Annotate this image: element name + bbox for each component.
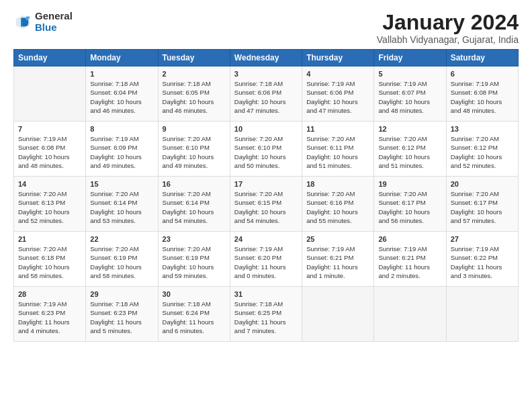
calendar-cell: 11Sunrise: 7:20 AM Sunset: 6:11 PM Dayli… [302,122,374,177]
calendar-cell: 7Sunrise: 7:19 AM Sunset: 6:08 PM Daylig… [14,122,86,177]
day-info: Sunrise: 7:19 AM Sunset: 6:20 PM Dayligh… [234,244,298,280]
day-info: Sunrise: 7:20 AM Sunset: 6:10 PM Dayligh… [163,134,226,170]
day-info: Sunrise: 7:19 AM Sunset: 6:06 PM Dayligh… [306,79,369,115]
col-monday: Monday [86,50,158,66]
calendar-cell: 29Sunrise: 7:18 AM Sunset: 6:23 PM Dayli… [86,287,158,342]
day-number: 21 [18,235,81,243]
day-number: 30 [163,290,226,298]
calendar-body: 1Sunrise: 7:18 AM Sunset: 6:04 PM Daylig… [14,66,519,342]
day-number: 16 [163,180,226,188]
day-info: Sunrise: 7:19 AM Sunset: 6:23 PM Dayligh… [18,300,81,335]
day-number: 13 [451,125,514,133]
day-number: 5 [378,70,441,78]
calendar-cell: 16Sunrise: 7:20 AM Sunset: 6:14 PM Dayli… [158,177,230,232]
calendar-cell: 4Sunrise: 7:19 AM Sunset: 6:06 PM Daylig… [302,66,374,122]
calendar-week-1: 1Sunrise: 7:18 AM Sunset: 6:04 PM Daylig… [14,66,519,122]
calendar-cell: 23Sunrise: 7:20 AM Sunset: 6:19 PM Dayli… [158,232,230,287]
day-info: Sunrise: 7:20 AM Sunset: 6:15 PM Dayligh… [234,189,298,225]
col-thursday: Thursday [302,50,374,66]
title-block: January 2024 Vallabh Vidyanagar, Gujarat… [377,11,519,45]
calendar-cell: 9Sunrise: 7:20 AM Sunset: 6:10 PM Daylig… [158,122,230,177]
day-number: 29 [90,290,153,298]
calendar-cell: 6Sunrise: 7:19 AM Sunset: 6:08 PM Daylig… [446,66,518,122]
day-info: Sunrise: 7:20 AM Sunset: 6:17 PM Dayligh… [451,189,514,225]
day-info: Sunrise: 7:19 AM Sunset: 6:08 PM Dayligh… [18,134,81,170]
calendar-cell: 13Sunrise: 7:20 AM Sunset: 6:12 PM Dayli… [446,122,518,177]
day-number: 9 [163,125,226,133]
col-wednesday: Wednesday [230,50,302,66]
calendar-cell: 25Sunrise: 7:19 AM Sunset: 6:21 PM Dayli… [302,232,374,287]
calendar-week-2: 7Sunrise: 7:19 AM Sunset: 6:08 PM Daylig… [14,122,519,177]
day-info: Sunrise: 7:20 AM Sunset: 6:11 PM Dayligh… [306,134,369,170]
calendar-cell: 24Sunrise: 7:19 AM Sunset: 6:20 PM Dayli… [230,232,302,287]
day-info: Sunrise: 7:20 AM Sunset: 6:13 PM Dayligh… [18,189,81,225]
day-info: Sunrise: 7:20 AM Sunset: 6:18 PM Dayligh… [18,244,81,280]
day-info: Sunrise: 7:19 AM Sunset: 6:09 PM Dayligh… [90,134,153,170]
calendar-cell: 31Sunrise: 7:18 AM Sunset: 6:25 PM Dayli… [230,287,302,342]
day-number: 14 [18,180,81,188]
col-saturday: Saturday [446,50,518,66]
calendar-table: Sunday Monday Tuesday Wednesday Thursday… [13,49,519,342]
calendar-week-3: 14Sunrise: 7:20 AM Sunset: 6:13 PM Dayli… [14,177,519,232]
calendar-cell: 20Sunrise: 7:20 AM Sunset: 6:17 PM Dayli… [446,177,518,232]
location: Vallabh Vidyanagar, Gujarat, India [377,34,519,45]
day-number: 3 [234,70,298,78]
calendar-cell [446,287,518,342]
day-number: 11 [306,125,369,133]
logo-text: General Blue [35,11,73,33]
day-number: 19 [378,180,441,188]
day-info: Sunrise: 7:19 AM Sunset: 6:22 PM Dayligh… [451,244,514,280]
calendar-cell [302,287,374,342]
calendar-cell: 12Sunrise: 7:20 AM Sunset: 6:12 PM Dayli… [374,122,446,177]
logo-blue-text: Blue [35,22,73,34]
day-number: 1 [90,70,153,78]
day-info: Sunrise: 7:20 AM Sunset: 6:12 PM Dayligh… [451,134,514,170]
calendar-cell: 15Sunrise: 7:20 AM Sunset: 6:14 PM Dayli… [86,177,158,232]
day-number: 31 [234,290,298,298]
col-sunday: Sunday [14,50,86,66]
calendar-cell: 5Sunrise: 7:19 AM Sunset: 6:07 PM Daylig… [374,66,446,122]
calendar-cell: 27Sunrise: 7:19 AM Sunset: 6:22 PM Dayli… [446,232,518,287]
calendar-cell: 26Sunrise: 7:19 AM Sunset: 6:21 PM Dayli… [374,232,446,287]
day-info: Sunrise: 7:20 AM Sunset: 6:19 PM Dayligh… [90,244,153,280]
day-number: 18 [306,180,369,188]
day-number: 15 [90,180,153,188]
day-info: Sunrise: 7:19 AM Sunset: 6:21 PM Dayligh… [306,244,369,280]
calendar-cell: 2Sunrise: 7:18 AM Sunset: 6:05 PM Daylig… [158,66,230,122]
calendar-cell: 28Sunrise: 7:19 AM Sunset: 6:23 PM Dayli… [14,287,86,342]
calendar-week-5: 28Sunrise: 7:19 AM Sunset: 6:23 PM Dayli… [14,287,519,342]
day-number: 4 [306,70,369,78]
day-info: Sunrise: 7:20 AM Sunset: 6:14 PM Dayligh… [90,189,153,225]
day-number: 25 [306,235,369,243]
day-number: 24 [234,235,298,243]
page-container: General Blue January 2024 Vallabh Vidyan… [0,0,532,349]
calendar-cell: 8Sunrise: 7:19 AM Sunset: 6:09 PM Daylig… [86,122,158,177]
month-title: January 2024 [377,11,519,34]
day-info: Sunrise: 7:20 AM Sunset: 6:10 PM Dayligh… [234,134,298,170]
calendar-cell: 19Sunrise: 7:20 AM Sunset: 6:17 PM Dayli… [374,177,446,232]
calendar-cell: 10Sunrise: 7:20 AM Sunset: 6:10 PM Dayli… [230,122,302,177]
day-info: Sunrise: 7:18 AM Sunset: 6:06 PM Dayligh… [234,79,298,115]
day-info: Sunrise: 7:20 AM Sunset: 6:12 PM Dayligh… [378,134,441,170]
logo-general-text: General [35,11,73,22]
calendar-cell [374,287,446,342]
day-number: 17 [234,180,298,188]
day-info: Sunrise: 7:20 AM Sunset: 6:17 PM Dayligh… [378,189,441,225]
calendar-cell: 14Sunrise: 7:20 AM Sunset: 6:13 PM Dayli… [14,177,86,232]
day-number: 8 [90,125,153,133]
day-info: Sunrise: 7:18 AM Sunset: 6:24 PM Dayligh… [163,300,226,335]
day-number: 6 [451,70,514,78]
calendar-cell: 17Sunrise: 7:20 AM Sunset: 6:15 PM Dayli… [230,177,302,232]
day-info: Sunrise: 7:19 AM Sunset: 6:21 PM Dayligh… [378,244,441,280]
calendar-cell: 18Sunrise: 7:20 AM Sunset: 6:16 PM Dayli… [302,177,374,232]
day-number: 26 [378,235,441,243]
logo: General Blue [13,11,73,33]
day-number: 20 [451,180,514,188]
day-info: Sunrise: 7:18 AM Sunset: 6:23 PM Dayligh… [90,300,153,335]
day-info: Sunrise: 7:19 AM Sunset: 6:07 PM Dayligh… [378,79,441,115]
calendar-cell: 3Sunrise: 7:18 AM Sunset: 6:06 PM Daylig… [230,66,302,122]
day-info: Sunrise: 7:20 AM Sunset: 6:16 PM Dayligh… [306,189,369,225]
day-info: Sunrise: 7:18 AM Sunset: 6:05 PM Dayligh… [163,79,226,115]
calendar-cell: 22Sunrise: 7:20 AM Sunset: 6:19 PM Dayli… [86,232,158,287]
col-tuesday: Tuesday [158,50,230,66]
